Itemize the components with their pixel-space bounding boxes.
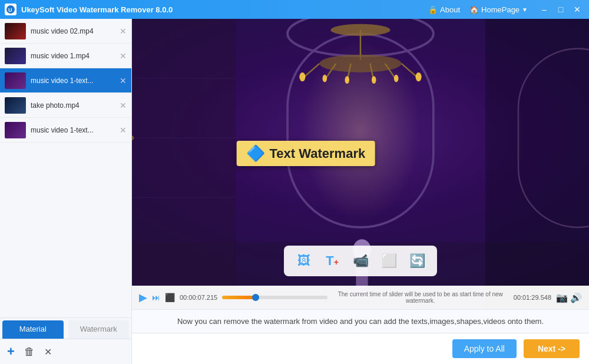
more-icon: 🔄 (409, 253, 425, 269)
svg-rect-6 (485, 19, 589, 309)
tab-material[interactable]: Material (2, 320, 64, 339)
watermark-overlay: 🔷 Text Watermark (237, 141, 375, 166)
minimize-button[interactable]: – (537, 2, 551, 16)
svg-point-21 (416, 72, 422, 81)
app-title: UkeySoft Video Watermark Remover 8.0.0 (21, 5, 423, 14)
tab-watermark[interactable]: Watermark (68, 320, 130, 339)
file-thumbnail (5, 48, 26, 64)
svg-line-15 (402, 64, 419, 78)
right-controls: 📷 🔊 (556, 292, 582, 303)
file-remove-button[interactable]: ✕ (120, 101, 127, 110)
svg-point-13 (319, 55, 401, 72)
more-tools[interactable]: 🔄 (404, 249, 430, 273)
file-name: take photo.mp4 (31, 101, 115, 110)
file-remove-button[interactable]: ✕ (120, 27, 127, 36)
sidebar-actions: + 🗑 ✕ (0, 339, 131, 364)
progress-thumb[interactable] (252, 294, 259, 301)
add-video-icon: 📹 (353, 253, 369, 269)
play-button[interactable]: ▶ (139, 291, 147, 304)
svg-rect-4 (132, 19, 236, 309)
svg-text:U: U (8, 7, 12, 13)
description-text: Now you can remove the watermark from vi… (177, 317, 544, 326)
home-icon: 🏠 (469, 5, 479, 14)
svg-rect-10 (518, 49, 589, 227)
svg-point-20 (299, 72, 305, 81)
file-item[interactable]: take photo.mp4 ✕ (0, 93, 131, 118)
sidebar: music video 02.mp4 ✕ music video 1.mp4 ✕… (0, 19, 132, 364)
step-button[interactable]: ⏭ (152, 293, 160, 302)
remove-watermark-tool[interactable]: ⬜ (376, 249, 402, 273)
file-thumbnail (5, 23, 26, 39)
about-button[interactable]: 🔒 About (428, 5, 460, 14)
playback-bar: ▶ ⏭ ⬛ 00:00:07.215 The current time of s… (132, 286, 589, 309)
titlebar-nav: 🔒 About 🏠 HomePage ▼ (428, 5, 528, 14)
dropdown-icon: ▼ (522, 6, 528, 13)
svg-point-9 (301, 41, 420, 220)
add-text-icon: T+ (326, 253, 339, 269)
file-item[interactable]: music video 02.mp4 ✕ (0, 19, 131, 44)
progress-fill (222, 296, 256, 299)
svg-point-23 (394, 75, 399, 82)
camera-button[interactable]: 📷 (556, 292, 568, 303)
homepage-button[interactable]: 🏠 HomePage ▼ (469, 5, 528, 14)
add-image-tool[interactable]: 🖼 (291, 249, 317, 273)
file-remove-button[interactable]: ✕ (120, 51, 127, 61)
add-file-button[interactable]: + (7, 344, 15, 359)
content-area: 🔷 Text Watermark 🖼 T+ 📹 ⬜ 🔄 (132, 19, 589, 364)
add-text-tool[interactable]: T+ (319, 249, 345, 273)
volume-button[interactable]: 🔊 (570, 292, 582, 303)
svg-point-22 (323, 75, 327, 82)
sidebar-tabs: Material Watermark (0, 317, 131, 339)
remove-file-button[interactable]: ✕ (44, 346, 52, 358)
description-bar: Now you can remove the watermark from vi… (132, 309, 589, 333)
next-button[interactable]: Next -> (524, 339, 580, 358)
window-controls: – □ ✕ (537, 2, 584, 16)
file-name: music video 1.mp4 (31, 52, 115, 60)
svg-point-25 (372, 76, 376, 84)
progress-bar[interactable] (222, 296, 327, 299)
file-item[interactable]: music video 1-text... ✕ (0, 118, 131, 143)
delete-file-button[interactable]: 🗑 (24, 346, 35, 358)
file-remove-button[interactable]: ✕ (120, 76, 127, 85)
hint-text: The current time of slider will be used … (332, 291, 509, 304)
lock-icon: 🔒 (428, 5, 438, 14)
close-button[interactable]: ✕ (570, 2, 584, 16)
add-image-icon: 🖼 (297, 253, 310, 269)
svg-point-27 (132, 134, 134, 142)
titlebar: U UkeySoft Video Watermark Remover 8.0.0… (0, 0, 589, 19)
maximize-button[interactable]: □ (554, 2, 568, 16)
stop-button[interactable]: ⬛ (165, 293, 175, 302)
svg-line-18 (347, 64, 350, 81)
total-time: 00:01:29.548 (514, 294, 551, 301)
file-thumbnail (5, 72, 26, 89)
file-thumbnail (5, 122, 26, 138)
svg-point-11 (330, 24, 390, 36)
current-time: 00:00:07.215 (180, 294, 217, 301)
svg-point-24 (345, 76, 349, 84)
svg-point-8 (287, 19, 434, 56)
add-video-tool[interactable]: 📹 (348, 249, 373, 273)
file-thumbnail (5, 97, 26, 114)
file-name: music video 02.mp4 (31, 27, 115, 35)
apply-to-all-button[interactable]: Apply to All (452, 339, 517, 358)
video-toolbar: 🖼 T+ 📹 ⬜ 🔄 (284, 246, 437, 276)
svg-rect-7 (287, 34, 434, 227)
watermark-icon: 🔷 (246, 144, 265, 163)
app-logo: U (5, 4, 16, 15)
watermark-text: Text Watermark (270, 146, 366, 161)
bottom-bar: Apply to All Next -> (132, 333, 589, 364)
video-preview: 🔷 Text Watermark 🖼 T+ 📹 ⬜ 🔄 (132, 19, 589, 309)
file-list: music video 02.mp4 ✕ music video 1.mp4 ✕… (0, 19, 131, 317)
remove-wm-icon: ⬜ (381, 253, 397, 269)
file-item[interactable]: music video 1.mp4 ✕ (0, 44, 131, 68)
svg-line-16 (325, 64, 336, 80)
file-name: music video 1-text... (31, 77, 115, 85)
main-layout: music video 02.mp4 ✕ music video 1.mp4 ✕… (0, 19, 589, 364)
svg-line-19 (370, 64, 373, 81)
svg-line-17 (385, 64, 396, 80)
file-name: music video 1-text... (31, 126, 115, 134)
svg-line-14 (302, 64, 319, 78)
file-remove-button[interactable]: ✕ (120, 125, 127, 135)
file-item-active[interactable]: music video 1-text... ✕ (0, 68, 131, 93)
